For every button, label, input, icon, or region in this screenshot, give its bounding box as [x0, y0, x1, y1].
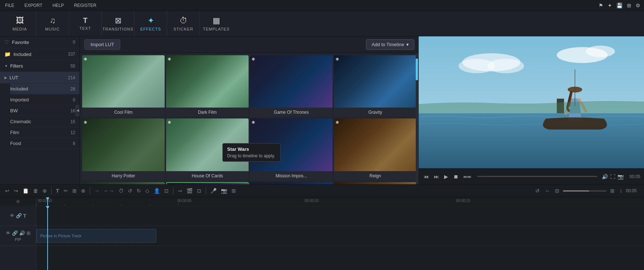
effect-star-wars[interactable]: ✱ ♡ ↓ Star Wars — [166, 182, 249, 185]
sidebar-lut-cinematic[interactable]: Cinematic 15 — [10, 116, 80, 127]
settings-icon[interactable]: ⚙ — [636, 3, 640, 8]
align-left-button[interactable]: → — [93, 187, 101, 194]
toolbar-transitions[interactable]: ⊠ TRANSITIONS — [102, 11, 134, 36]
effect-harry-potter[interactable]: ✱ Harry Potter — [82, 118, 165, 180]
toolbar-text[interactable]: T TEXT — [69, 11, 102, 36]
sidebar-lut-film[interactable]: Film 12 — [10, 127, 80, 138]
effect-sparta-300[interactable]: ✱ Sparta 300 — [82, 182, 165, 185]
timer-button[interactable]: ⏱ — [117, 187, 125, 194]
effect-warm-film[interactable]: ✱ Warm Film — [334, 182, 416, 185]
layout-icon[interactable]: ⊞ — [627, 3, 631, 8]
menu-file[interactable]: FILE — [4, 2, 16, 9]
menu-register[interactable]: REGISTER — [73, 2, 98, 9]
toolbar-effects[interactable]: ✦ EFFECTS — [134, 11, 167, 36]
person-button[interactable]: 👤 — [152, 187, 161, 194]
pip-clip[interactable]: Picture in Picture Track — [36, 229, 156, 243]
redo2-button[interactable]: ↻ — [135, 187, 142, 194]
sidebar-lut[interactable]: ▶ LUT 214 — [0, 72, 80, 84]
effect-cool-film[interactable]: ✱ Cool Film — [82, 55, 165, 117]
sidebar-lut-bw[interactable]: BW 16 — [10, 105, 80, 116]
cut-button[interactable]: ✂ — [62, 187, 69, 194]
mic-button[interactable]: 🎤 — [209, 187, 218, 194]
main-track[interactable] — [36, 206, 644, 226]
zoom-out-icon[interactable]: ⊟ — [554, 187, 561, 194]
eye-pip-icon[interactable]: 👁 — [6, 230, 11, 236]
save-icon[interactable]: 💾 — [616, 3, 623, 8]
redo-button[interactable]: ↪ — [12, 187, 20, 194]
screenshot-icon[interactable]: 📷 — [617, 174, 624, 180]
effect-dark-film[interactable]: ✱ Dark Film — [166, 55, 249, 117]
tooltip-title: Star Wars — [227, 146, 276, 152]
add-button[interactable]: ⊕ — [41, 187, 48, 194]
prev-frame-button[interactable]: ⏭ — [432, 173, 440, 180]
menu-export[interactable]: EXPORT — [23, 2, 44, 9]
toolbar-sticker[interactable]: ⏱ STICKER — [167, 11, 200, 36]
zoom-fit-icon[interactable]: ↕ — [618, 187, 624, 194]
folder-icon: 📁 — [4, 51, 11, 57]
lut-food-label: Food — [10, 141, 73, 146]
toolbar-templates[interactable]: ▦ TEMPLATES — [200, 11, 233, 36]
skip-start-button[interactable]: ⏮ — [422, 173, 430, 180]
filters-count: 55 — [71, 64, 75, 69]
pip-track[interactable]: Picture in Picture Track — [36, 226, 644, 246]
add-timeline-button[interactable]: Add to Timeline ▾ — [366, 39, 414, 50]
align-right-button[interactable]: ←→ — [102, 187, 116, 194]
effect-straight-ahead[interactable]: ✱ Straight Ahead — [250, 182, 333, 185]
text-track-icon[interactable]: T — [23, 213, 27, 219]
frame-button[interactable]: ⊡ — [196, 187, 203, 194]
sidebar-lut-food[interactable]: Food 8 — [10, 138, 80, 149]
audio-button[interactable]: ⊸ — [176, 187, 184, 194]
undo2-button[interactable]: ↺ — [126, 187, 134, 194]
zoom-in-icon[interactable]: ⊞ — [609, 187, 616, 194]
pip-label: PIP — [15, 237, 21, 242]
scroll-thumb[interactable] — [416, 59, 418, 80]
play-button[interactable]: ▶ — [443, 173, 450, 180]
split-button[interactable]: ⊞ — [71, 187, 78, 194]
flag-icon[interactable]: ⚑ — [599, 3, 603, 8]
cam-button[interactable]: 📷 — [220, 187, 229, 194]
effects2-button[interactable]: ◇ — [144, 187, 151, 194]
audio-pip-icon[interactable]: 🔊 — [19, 230, 25, 236]
scroll-track[interactable] — [416, 53, 418, 184]
copy-button[interactable]: 📋 — [21, 187, 30, 194]
refresh-icon[interactable]: ↺ — [534, 187, 541, 194]
pip-btn[interactable]: ⊞ — [230, 187, 237, 194]
star-icon[interactable]: ✦ — [608, 3, 612, 8]
toolbar-media[interactable]: 🖼 MEDIA — [4, 11, 36, 36]
fullscreen-icon[interactable]: ⛶ — [610, 174, 615, 180]
undo-button[interactable]: ↩ — [4, 187, 11, 194]
link-icon[interactable]: 🔗 — [16, 213, 22, 219]
zoom-slider[interactable] — [563, 190, 607, 192]
effect-reign[interactable]: ✱ Reign — [334, 118, 416, 180]
link-pip-icon[interactable]: 🔗 — [12, 230, 18, 236]
menu-help[interactable]: HELP — [51, 2, 65, 9]
video-button[interactable]: 🎬 — [185, 187, 194, 194]
effect-gravity[interactable]: ✱ Gravity — [334, 55, 416, 117]
ruler-mark-0: 00:00:00 — [38, 199, 52, 203]
sidebar-collapse-btn[interactable]: ◀ — [76, 105, 80, 116]
pip-icon[interactable]: ⊞ — [27, 230, 31, 236]
sidebar-included[interactable]: 📁 Included 337 — [0, 48, 80, 60]
included-label: Included — [13, 52, 68, 57]
delete-button[interactable]: 🗑 — [32, 187, 40, 194]
merge-button[interactable]: ⊕ — [80, 187, 87, 194]
toolbar-music[interactable]: ♫ MUSIC — [36, 11, 69, 36]
volume-icon[interactable]: 🔊 — [602, 174, 608, 180]
sidebar-lut-included[interactable]: Included 28 — [10, 84, 80, 94]
text-edit-button[interactable]: T — [55, 187, 61, 194]
preview-progress-bar[interactable] — [477, 176, 597, 177]
dropdown-arrow-icon: ▾ — [406, 42, 409, 47]
sidebar-filters[interactable]: ▼ Filters 55 — [0, 60, 80, 72]
next-frame-button[interactable]: ⏭⏭ — [462, 174, 473, 180]
effect-game-of-thrones[interactable]: ✱ Game Of Thrones — [250, 55, 333, 117]
crop-button[interactable]: ⊡ — [163, 187, 170, 194]
stop-button[interactable]: ⏹ — [452, 173, 460, 180]
lut-included-count: 28 — [71, 86, 75, 92]
fit-icon[interactable]: ↔ — [543, 187, 551, 194]
sidebar-lut-imported[interactable]: Imported 0 — [10, 94, 80, 105]
eye-icon[interactable]: 👁 — [10, 213, 15, 219]
import-lut-button[interactable]: Import LUT — [84, 39, 120, 50]
menu-bar: FILE EXPORT HELP REGISTER ⚑ ✦ 💾 ⊞ ⚙ — [0, 0, 644, 11]
main-toolbar: 🖼 MEDIA ♫ MUSIC T TEXT ⊠ TRANSITIONS ✦ E… — [0, 11, 644, 36]
sidebar-favorite[interactable]: ♡ Favorite 0 — [0, 36, 80, 48]
